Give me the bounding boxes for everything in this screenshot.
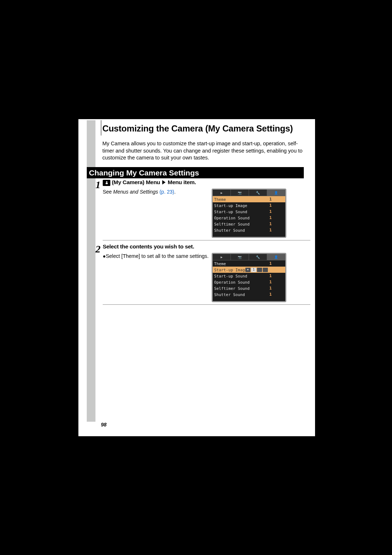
intro-paragraph: My Camera allows you to customize the st… — [102, 140, 304, 162]
lcd-row: Shutter Sound1 — [213, 291, 285, 297]
lcd-row: Start-up Sound1 — [213, 273, 285, 279]
thumb-option-icon — [257, 268, 262, 272]
thumb-option-icon — [263, 268, 268, 272]
thumb-strip: ✖ 1 — [245, 268, 268, 272]
lcd-row: Selftimer Sound1 — [213, 285, 285, 291]
step-divider — [103, 240, 310, 240]
lcd-tab-play-icon: ▶ — [213, 190, 231, 196]
page-reference-link[interactable]: (p. 23) — [159, 189, 174, 195]
page-number: 98 — [101, 422, 107, 428]
lcd-tab-setup-icon: 🔧 — [249, 190, 267, 196]
step-heading-text-b: Menu item. — [168, 179, 196, 186]
lcd-row: Start-up Sound1 — [213, 208, 285, 215]
lcd-screenshot: ▶ 📷 🔧 👤 Theme1 Start-up Image ✖ 1 — [212, 253, 286, 302]
lcd-row: Operation Sound1 — [213, 215, 285, 221]
lcd-tab-mycamera-icon: 👤 — [267, 190, 285, 196]
lcd-tabs: ▶ 📷 🔧 👤 — [213, 190, 285, 196]
svg-point-0 — [106, 181, 107, 183]
step-subtext: See Menus and Settings (p. 23). — [103, 189, 212, 195]
thumb-off-icon: ✖ — [245, 268, 250, 272]
lcd-screenshot: ▶ 📷 🔧 👤 Theme1 Start-up Image1 Start-up … — [212, 189, 286, 238]
section-heading: Changing My Camera Settings — [87, 167, 304, 178]
step-subtext: ●Select [Theme] to set all to the same s… — [103, 253, 212, 259]
step-number: 2 — [95, 243, 101, 308]
right-arrow-icon — [162, 180, 166, 185]
lcd-row: Operation Sound1 — [213, 279, 285, 285]
lcd-row: Theme1 — [213, 196, 285, 202]
lcd-row: Theme1 — [213, 260, 285, 267]
step-heading-text-a: (My Camera) Menu — [112, 179, 160, 186]
step-divider — [103, 304, 310, 305]
svg-rect-1 — [106, 183, 108, 185]
bullet-text: Select [Theme] to set all to the same se… — [106, 253, 208, 259]
my-camera-icon — [103, 180, 110, 186]
chapter-title: Customizing the Camera (My Camera Settin… — [102, 123, 293, 134]
lcd-tab-rec-icon: 📷 — [231, 190, 249, 196]
lcd-row: Selftimer Sound1 — [213, 221, 285, 227]
lcd-tab-setup-icon: 🔧 — [249, 254, 267, 260]
lcd-tab-mycamera-icon: 👤 — [267, 254, 285, 260]
step-number: 1 — [95, 179, 101, 243]
manual-page: Customizing the Camera (My Camera Settin… — [78, 119, 315, 436]
step-row: 2 Select the contents you wish to set. ●… — [95, 243, 310, 308]
thumb-selected-icon: 1 — [251, 268, 256, 272]
lcd-row: Start-up Image ✖ 1 — [213, 267, 285, 273]
lcd-tab-play-icon: ▶ — [213, 254, 231, 260]
lcd-row: Start-up Image1 — [213, 202, 285, 208]
step-heading-text: Select the contents you wish to set. — [103, 243, 194, 250]
see-italic: Menus and Settings — [113, 189, 158, 195]
step-row: 1 (My Camera) Menu Menu item. See Menus … — [95, 179, 310, 243]
lcd-tab-rec-icon: 📷 — [231, 254, 249, 260]
see-label: See — [103, 189, 113, 195]
lcd-tabs: ▶ 📷 🔧 👤 — [213, 254, 285, 260]
steps-table: 1 (My Camera) Menu Menu item. See Menus … — [95, 179, 310, 308]
step-heading: (My Camera) Menu Menu item. — [103, 179, 310, 186]
decor-vertical-rule — [101, 120, 101, 135]
step-heading: Select the contents you wish to set. — [103, 243, 310, 250]
lcd-row: Shutter Sound1 — [213, 227, 285, 233]
decor-gray-sidebar — [87, 120, 95, 422]
